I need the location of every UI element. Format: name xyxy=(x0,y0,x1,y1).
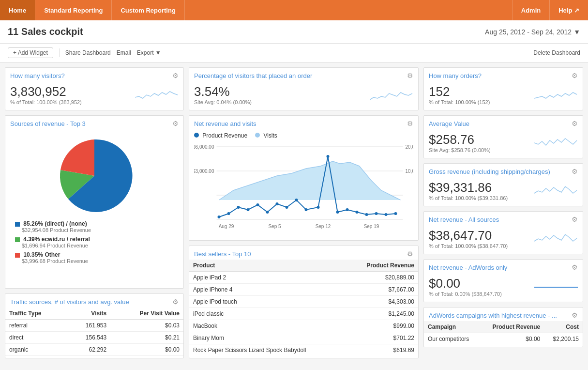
avg-value-stat-left: $258.76 Site Avg: $258.76 (0.00%) xyxy=(429,132,491,153)
svg-point-9 xyxy=(227,212,230,215)
svg-point-14 xyxy=(276,202,279,205)
conversion-widget-header: Percentage of visitors that placed an or… xyxy=(189,68,418,81)
svg-text:$6,000.00: $6,000.00 xyxy=(194,144,214,150)
nav-admin[interactable]: Admin xyxy=(512,0,549,20)
conversion-widget-title: Percentage of visitors that placed an or… xyxy=(194,72,312,79)
sources-gear-icon[interactable]: ⚙ xyxy=(172,120,179,127)
conversion-sub: Site Avg: 0.04% (0.00%) xyxy=(194,99,252,105)
conversion-gear-icon[interactable]: ⚙ xyxy=(407,72,413,79)
pie-legend: 85.26% (direct) / (none) $32,954.08 Prod… xyxy=(10,220,179,267)
page-title: 11 Sales cockpit xyxy=(8,26,83,37)
avg-value-gear-icon[interactable]: ⚙ xyxy=(572,120,578,127)
legend-label-1: 4.39% ecwid.ru / referral xyxy=(23,236,90,243)
adwords-col-campaign: Campaign xyxy=(424,321,480,333)
net-revenue-all-title: Net revenue - All sources xyxy=(429,216,499,223)
visitors-gear-icon[interactable]: ⚙ xyxy=(172,72,179,79)
net-revenue-all-gear-icon[interactable]: ⚙ xyxy=(572,216,578,223)
legend-sub-2: $3,996.68 Product Revenue xyxy=(22,258,174,264)
net-revenue-adwords-body: $0.00 % of Total: 0.00% ($38,647.70) xyxy=(424,273,583,302)
gross-revenue-title: Gross revenue (including shipping/charge… xyxy=(429,168,550,175)
net-revenue-all-stat-left: $38,647.70 % of Total: 100.00% ($38,647.… xyxy=(429,228,508,249)
col-mid: Percentage of visitors that placed an or… xyxy=(189,67,419,358)
adwords-gear-icon[interactable]: ⚙ xyxy=(572,311,578,319)
svg-text:Sep 5: Sep 5 xyxy=(268,224,281,229)
adwords-widget-body: Campaign Product Revenue Cost Our compet… xyxy=(424,321,583,347)
conversion-sparkline xyxy=(370,88,413,102)
best-seller-cell-product: Apple iPhone 4 xyxy=(189,284,346,296)
nav-home[interactable]: Home xyxy=(0,0,35,20)
gross-revenue-sub: % of Total: 100.00% ($39,331.86) xyxy=(429,195,508,201)
traffic-row: referral161,953$0.03 xyxy=(5,320,183,332)
net-revenue-adwords-sub: % of Total: 0.00% ($38,647.70) xyxy=(429,291,502,297)
svg-point-21 xyxy=(346,208,349,211)
visitors-sparkline xyxy=(135,88,179,102)
svg-point-18 xyxy=(317,206,320,209)
best-seller-cell-product: MacBook xyxy=(189,320,346,332)
email-button[interactable]: Email xyxy=(117,49,131,56)
conversion-widget-body: 3.54% Site Avg: 0.04% (0.00%) xyxy=(189,81,418,110)
svg-text:$3,000.00: $3,000.00 xyxy=(194,169,214,174)
net-revenue-svg: $6,000.00 $3,000.00 20,000 10,000 xyxy=(194,142,413,234)
share-dashboard-button[interactable]: Share Dashboard xyxy=(65,49,111,56)
best-seller-cell-revenue: $619.69 xyxy=(346,344,418,356)
nav-custom-reporting[interactable]: Custom Reporting xyxy=(112,0,184,20)
orders-widget: How many orders? ⚙ 152 % of Total: 100.0… xyxy=(423,67,583,110)
legend-label-0: 85.26% (direct) / (none) xyxy=(23,220,87,227)
best-seller-cell-revenue: $4,303.00 xyxy=(346,296,418,308)
svg-point-20 xyxy=(336,211,339,214)
adwords-col-revenue: Product Revenue xyxy=(480,321,544,333)
visitors-stat-row: 3,830,952 % of Total: 100.00% (383,952) xyxy=(10,84,179,105)
best-seller-row: MacBook$999.00 xyxy=(189,320,418,332)
net-revenue-chart-gear-icon[interactable]: ⚙ xyxy=(407,120,413,127)
net-revenue-adwords-title: Net revenue - AdWords only xyxy=(429,264,507,271)
svg-point-8 xyxy=(218,216,221,218)
add-widget-button[interactable]: + Add Widget xyxy=(8,47,53,58)
legend-item-0: 85.26% (direct) / (none) $32,954.08 Prod… xyxy=(15,220,174,233)
gross-revenue-gear-icon[interactable]: ⚙ xyxy=(572,168,578,175)
conversion-value: 3.54% xyxy=(194,84,252,99)
sources-widget-title: Sources of revenue - Top 3 xyxy=(10,120,86,127)
avg-value-stat-row: $258.76 Site Avg: $258.76 (0.00%) xyxy=(429,132,578,153)
legend-item-2: 10.35% Other $3,996.68 Product Revenue xyxy=(15,251,174,264)
adwords-row: Our competitors$0.00$2,200.15 xyxy=(424,333,583,345)
best-sellers-col-revenue: Product Revenue xyxy=(346,260,418,272)
svg-point-25 xyxy=(385,213,388,216)
best-seller-row: Apple iPad 2$20,889.00 xyxy=(189,272,418,284)
orders-gear-icon[interactable]: ⚙ xyxy=(572,72,578,79)
pie-chart xyxy=(56,137,133,215)
nav-help[interactable]: Help ↗ xyxy=(549,0,588,20)
traffic-widget-title: Traffic sources, # of visitors and avg. … xyxy=(10,298,129,306)
traffic-cell-type: direct xyxy=(5,332,66,344)
best-seller-cell-product: Apple iPod touch xyxy=(189,296,346,308)
net-revenue-adwords-gear-icon[interactable]: ⚙ xyxy=(572,263,578,271)
visitors-stat-left: 3,830,952 % of Total: 100.00% (383,952) xyxy=(10,84,82,105)
traffic-cell-type: organic xyxy=(5,344,66,356)
best-seller-cell-product: Apple iPad 2 xyxy=(189,272,346,284)
adwords-cell-revenue: $0.00 xyxy=(480,333,544,345)
gross-revenue-header: Gross revenue (including shipping/charge… xyxy=(424,164,583,177)
export-button[interactable]: Export ▼ xyxy=(137,49,161,56)
date-range[interactable]: Aug 25, 2012 - Sep 24, 2012 ▼ xyxy=(485,28,580,36)
best-seller-cell-revenue: $701.22 xyxy=(346,332,418,344)
col-right: How many orders? ⚙ 152 % of Total: 100.0… xyxy=(423,67,583,358)
net-revenue-adwords-stat-row: $0.00 % of Total: 0.00% ($38,647.70) xyxy=(429,276,578,297)
sources-widget: Sources of revenue - Top 3 ⚙ xyxy=(5,115,184,289)
zero-line xyxy=(534,287,578,288)
delete-dashboard-button[interactable]: Delete Dashboard xyxy=(533,49,580,56)
traffic-gear-icon[interactable]: ⚙ xyxy=(172,298,179,306)
orders-sub: % of Total: 100.00% (152) xyxy=(429,99,490,105)
orders-widget-body: 152 % of Total: 100.00% (152) xyxy=(424,81,583,110)
best-sellers-gear-icon[interactable]: ⚙ xyxy=(407,250,413,258)
svg-point-13 xyxy=(266,211,269,214)
date-range-chevron: ▼ xyxy=(573,28,580,36)
net-revenue-chart-area: Product Revenue Visits $6,000.00 $3,0 xyxy=(189,129,418,240)
visitors-sub: % of Total: 100.00% (383,952) xyxy=(10,99,82,105)
conversion-widget: Percentage of visitors that placed an or… xyxy=(189,67,419,110)
orders-stat-left: 152 % of Total: 100.00% (152) xyxy=(429,84,490,105)
best-seller-row: iPod classic$1,245.00 xyxy=(189,308,418,320)
legend-label-2: 10.35% Other xyxy=(23,251,60,258)
svg-point-10 xyxy=(237,206,240,209)
nav-standard-reporting[interactable]: Standard Reporting xyxy=(35,0,112,20)
orders-value: 152 xyxy=(429,84,490,99)
page-header: 11 Sales cockpit Aug 25, 2012 - Sep 24, … xyxy=(0,20,588,44)
